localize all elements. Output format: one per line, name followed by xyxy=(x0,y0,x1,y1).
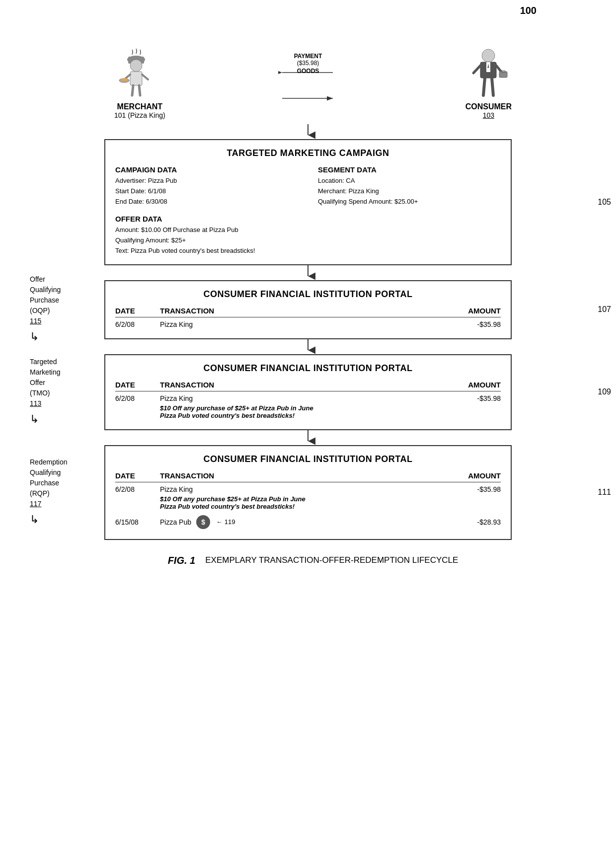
portal1-header: DATE TRANSACTION AMOUNT xyxy=(115,307,501,317)
portal3-row3-amount: -$28.93 xyxy=(451,518,501,526)
portal3-label-4: (RQP) xyxy=(30,488,68,499)
portal2-label-1: Targeted xyxy=(30,357,60,367)
segment-data-col: SEGMENT DATA Location: CA Merchant: Pizz… xyxy=(318,165,501,207)
portal2-title: CONSUMER FINANCIAL INSTITUTION PORTAL xyxy=(115,363,501,374)
svg-line-9 xyxy=(139,85,140,95)
portal1-col-date: DATE xyxy=(115,307,155,315)
exchange-arrows: PAYMENT ($35.98) GOODS xyxy=(278,67,338,104)
goods-label-container: GOODS xyxy=(278,68,338,75)
portal2-label-2: Marketing xyxy=(30,367,60,378)
top-illustration: MERCHANT 101 (Pizza King) PAYMENT ($35.9… xyxy=(15,10,601,119)
portal3-box: CONSUMER FINANCIAL INSTITUTION PORTAL DA… xyxy=(104,445,512,540)
portal2-col-transaction: TRANSACTION xyxy=(155,381,451,389)
merchant-label: MERCHANT xyxy=(117,102,163,111)
bottom-caption: FIG. 1 EXEMPLARY TRANSACTION-OFFER-REDEM… xyxy=(158,555,459,566)
portal3-table: DATE TRANSACTION AMOUNT 6/2/08 Pizza Kin… xyxy=(115,471,501,529)
portal2-row2-amount xyxy=(451,404,501,419)
portal2-ref: 109 xyxy=(598,387,611,396)
portal1-side-label: Offer Qualifying Purchase (OQP) 115 ↳ xyxy=(30,274,61,345)
segment-location: Location: CA xyxy=(318,176,501,186)
portal1-wrapper: Offer Qualifying Purchase (OQP) 115 ↳ CO… xyxy=(25,280,591,339)
dollar-circle-icon: $ xyxy=(196,515,210,529)
offer-amount: Amount: $10.00 Off Purchase at Pizza Pub xyxy=(115,225,501,235)
portal2-row1-date: 6/2/08 xyxy=(115,394,155,402)
portal3-row2-transaction: $10 Off any purchase $25+ at Pizza Pub i… xyxy=(155,495,451,510)
portal3-row1-transaction: Pizza King xyxy=(155,485,451,493)
portal3-label-3: Purchase xyxy=(30,478,68,488)
portal3-row2: $10 Off any purchase $25+ at Pizza Pub i… xyxy=(115,495,501,510)
goods-arrow-icon xyxy=(278,92,338,104)
portal3-wrapper: Redemption Qualifying Purchase (RQP) 117… xyxy=(25,445,591,540)
fig-label: FIG. 1 xyxy=(168,555,196,566)
portal2-row1: 6/2/08 Pizza King -$35.98 xyxy=(115,394,501,402)
segment-data-title: SEGMENT DATA xyxy=(318,165,501,174)
campaign-box-wrapper: TARGETED MARKETING CAMPAIGN CAMPAIGN DAT… xyxy=(25,139,591,265)
portal3-label-2: Qualifying xyxy=(30,467,68,478)
portal1-row1: 6/2/08 Pizza King -$35.98 xyxy=(115,320,501,328)
portal2-col-amount: AMOUNT xyxy=(451,381,501,389)
portal1-title: CONSUMER FINANCIAL INSTITUTION PORTAL xyxy=(115,289,501,300)
portal1-label-3: Purchase xyxy=(30,295,61,306)
portal1-row1-transaction: Pizza King xyxy=(155,320,451,328)
portal3-ref-119: ← 119 xyxy=(216,518,235,526)
portal2-curved-arrow: ↳ xyxy=(30,411,60,427)
portal3-row1-date: 6/2/08 xyxy=(115,485,155,493)
portal3-row2-date xyxy=(115,495,155,510)
portal3-row2-amount xyxy=(451,495,501,510)
arrow-connector-3 xyxy=(104,339,512,354)
merchant-sublabel: 101 (Pizza King) xyxy=(114,111,165,119)
portal2-row2-transaction: $10 Off any purchase of $25+ at Pizza Pu… xyxy=(155,404,451,419)
svg-point-7 xyxy=(121,78,128,81)
payment-amount: ($35.98) xyxy=(278,60,338,67)
portal3-ref: 111 xyxy=(598,488,611,497)
portal3-col-date: DATE xyxy=(115,471,155,480)
portal1-curved-arrow: ↳ xyxy=(30,328,61,345)
portal2-box: CONSUMER FINANCIAL INSTITUTION PORTAL DA… xyxy=(104,354,512,430)
portal2-table: DATE TRANSACTION AMOUNT 6/2/08 Pizza Kin… xyxy=(115,381,501,419)
svg-rect-3 xyxy=(130,72,142,85)
portal3-label-1: Redemption xyxy=(30,457,68,467)
portal3-row3-transaction: Pizza Pub $ ← 119 xyxy=(155,515,451,529)
arrow-connector-4 xyxy=(104,430,512,445)
goods-row: GOODS xyxy=(278,92,338,104)
fig-caption: EXEMPLARY TRANSACTION-OFFER-REDEMPTION L… xyxy=(205,555,458,565)
campaign-box: TARGETED MARKETING CAMPAIGN CAMPAIGN DAT… xyxy=(104,139,512,265)
offer-text: Text: Pizza Pub voted country's best bre… xyxy=(115,246,501,256)
consumer-label: CONSUMER xyxy=(465,102,512,111)
payment-label: PAYMENT xyxy=(278,53,338,60)
portal2-wrapper: Targeted Marketing Offer (TMO) 113 ↳ CON… xyxy=(25,354,591,430)
down-arrow-icon-1 xyxy=(301,124,315,139)
svg-line-16 xyxy=(473,66,480,73)
arrow-connector-1 xyxy=(104,124,512,139)
portal2-label-3: Offer xyxy=(30,378,60,388)
down-arrow-icon-2 xyxy=(301,265,315,280)
portal3-row3-date: 6/15/08 xyxy=(115,518,155,526)
portal2-row2-date xyxy=(115,404,155,419)
portal3-row1: 6/2/08 Pizza King -$35.98 xyxy=(115,485,501,493)
portal3-col-amount: AMOUNT xyxy=(451,471,501,480)
consumer-area: CONSUMER 103 xyxy=(465,46,512,119)
portal2-offer2: Pizza Pub voted country's best breadstic… xyxy=(160,412,451,419)
portal1-label-4: (OQP) xyxy=(30,306,61,316)
portal3-offer1: $10 Off any purchase $25+ at Pizza Pub i… xyxy=(160,495,451,503)
offer-qualifying: Qualifying Amount: $25+ xyxy=(115,235,501,246)
portal1-table: DATE TRANSACTION AMOUNT 6/2/08 Pizza Kin… xyxy=(115,307,501,328)
portal3-transaction-text: Pizza Pub xyxy=(160,518,191,526)
arrow-connector-2 xyxy=(104,265,512,280)
consumer-icon xyxy=(468,46,508,100)
page-wrapper: 100 xyxy=(0,0,616,846)
campaign-data-advertiser: Advertiser: Pizza Pub xyxy=(115,176,298,186)
chef-icon xyxy=(117,46,162,100)
svg-point-12 xyxy=(482,49,495,62)
content-area: TARGETED MARKETING CAMPAIGN CAMPAIGN DAT… xyxy=(15,124,601,566)
portal2-col-date: DATE xyxy=(115,381,155,389)
campaign-data-start: Start Date: 6/1/08 xyxy=(115,186,298,197)
portal2-label-4: (TMO) xyxy=(30,388,60,398)
portal1-label-2: Qualifying xyxy=(30,285,61,295)
campaign-columns: CAMPAIGN DATA Advertiser: Pizza Pub Star… xyxy=(115,165,501,207)
portal3-label-ref: 117 xyxy=(30,499,68,509)
payment-label-container: PAYMENT ($35.98) xyxy=(278,53,338,67)
portal3-row3: 6/15/08 Pizza Pub $ ← 119 -$28.93 xyxy=(115,515,501,529)
campaign-ref: 105 xyxy=(598,198,611,207)
portal3-col-transaction: TRANSACTION xyxy=(155,471,451,480)
